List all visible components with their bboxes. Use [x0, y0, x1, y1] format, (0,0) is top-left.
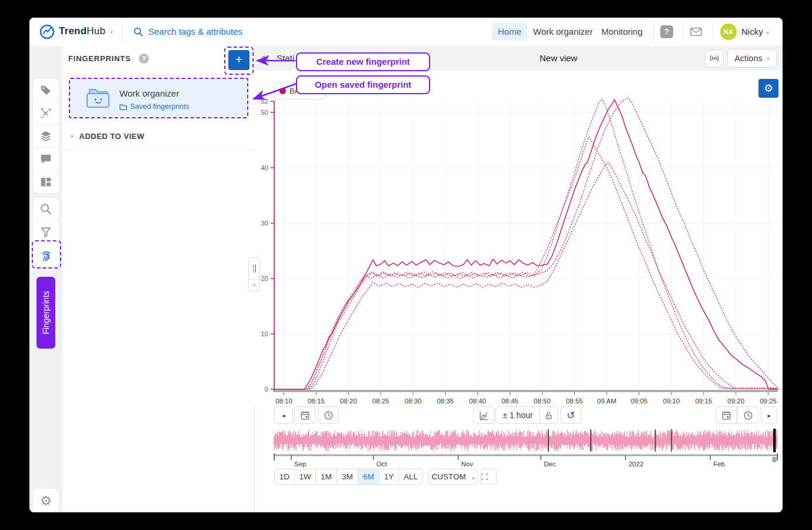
sidebar-item-filter[interactable] [33, 221, 59, 244]
added-to-view-header[interactable]: ▾ ADDED TO VIEW [71, 132, 145, 141]
lock-timespan-button[interactable] [540, 406, 558, 424]
step-forward-button[interactable]: ▸ [761, 406, 777, 424]
actions-chevron-down-icon: ▾ [767, 55, 770, 62]
nav-tab-work-organizer[interactable]: Work organizer [527, 23, 598, 41]
svg-text:10: 10 [261, 330, 268, 337]
sidebar-item-tags[interactable] [33, 79, 59, 102]
layers-icon [39, 130, 52, 143]
user-name[interactable]: Nicky [741, 26, 763, 37]
timeline-axis: SepOctNovDec2022Feb [274, 453, 778, 469]
svg-text:0: 0 [265, 386, 268, 393]
close-icon[interactable]: × [249, 280, 259, 290]
create-fingerprint-button[interactable]: + [228, 50, 249, 70]
range-3m-button[interactable]: 3M [337, 469, 358, 485]
divider [62, 75, 254, 75]
range-1w-button[interactable]: 1W [294, 469, 316, 485]
chart-settings-button[interactable]: ⚙ [758, 79, 778, 98]
live-broadcast-icon [708, 54, 720, 63]
sidebar-item-calculations[interactable] [33, 102, 59, 125]
live-mode-button[interactable] [705, 49, 724, 67]
svg-text:08:30: 08:30 [405, 398, 422, 404]
filter-icon [39, 226, 52, 238]
svg-text:08:45: 08:45 [501, 398, 518, 404]
svg-text:Nov: Nov [461, 461, 474, 468]
collapse-chevron-icon: ▾ [71, 133, 74, 140]
fingerprint-icon [39, 249, 53, 262]
divider [122, 22, 123, 41]
svg-text:2022: 2022 [628, 461, 644, 468]
time-end-button[interactable] [737, 406, 758, 424]
user-avatar[interactable]: NA [720, 24, 737, 40]
saved-fingerprints-item[interactable]: Work organizer Saved fingerprints [69, 78, 248, 118]
mail-icon[interactable] [690, 27, 703, 37]
svg-text:09:15: 09:15 [695, 398, 712, 404]
brand-logo[interactable]: TrendHub [59, 25, 105, 37]
compare-layers-button[interactable] [473, 406, 494, 424]
panel-title: FINGERPRINTS [68, 54, 131, 63]
lock-open-icon [544, 410, 554, 420]
fingerprint-item-title: Work organizer [119, 88, 179, 98]
svg-text:20: 20 [261, 275, 268, 282]
tag-icon [39, 84, 52, 97]
drag-grip-icon [249, 258, 259, 280]
custom-range-button[interactable]: CUSTOM ▴ [428, 469, 478, 485]
svg-text:09:20: 09:20 [727, 398, 744, 404]
svg-text:08:10: 08:10 [275, 398, 292, 404]
user-chevron-down-icon[interactable]: ▾ [766, 29, 769, 36]
help-icon[interactable]: ? [660, 25, 673, 38]
gear-icon: ⚙ [40, 493, 52, 509]
svg-text:09:25: 09:25 [760, 398, 777, 404]
icon-rail: Fingerprints ⚙ [29, 46, 62, 512]
back-arrow-icon: ◂ [282, 412, 285, 419]
svg-text:09 AM: 09 AM [597, 398, 617, 404]
folder-small-icon [119, 104, 127, 110]
panel-help-icon[interactable]: ? [139, 54, 149, 64]
svg-text:Dec: Dec [544, 461, 556, 468]
calendar-icon [721, 410, 732, 421]
fingerprints-panel: FINGERPRINTS ? + Work organizer Saved fi… [62, 46, 255, 512]
dashboard-icon [39, 175, 52, 188]
step-back-button[interactable]: ◂ [274, 406, 293, 424]
svg-text:08:20: 08:20 [340, 398, 357, 404]
svg-text:52: 52 [261, 98, 268, 105]
range-1m-button[interactable]: 1M [315, 469, 337, 485]
sidebar-item-layers[interactable] [33, 125, 59, 148]
actions-button[interactable]: Actions ▾ [727, 49, 777, 68]
sidebar-item-dashboards[interactable] [33, 171, 59, 193]
sidebar-item-search[interactable] [33, 198, 59, 221]
time-offset-button[interactable]: ± 1 hour [495, 406, 540, 424]
series-color-dot [279, 88, 286, 94]
nav-tab-home[interactable]: Home [492, 23, 527, 41]
calendar-end-button[interactable] [716, 406, 737, 424]
fingerprint-chart[interactable]: 08:1008:1508:2008:2508:3008:3508:4008:45… [254, 71, 783, 404]
fingerprints-active-tab[interactable]: Fingerprints [36, 277, 55, 349]
trend-chart-area: 08:1008:1508:2008:2508:3008:3508:4008:45… [254, 71, 783, 406]
divider [683, 22, 683, 41]
svg-text:09:10: 09:10 [663, 398, 680, 404]
search-input[interactable]: Search tags & attributes [148, 26, 242, 37]
clock-icon [743, 410, 754, 421]
expand-icon [481, 473, 488, 481]
sidebar-item-comments[interactable] [33, 148, 59, 171]
range-1y-button[interactable]: 1Y [379, 469, 399, 485]
context-overview-scrubber[interactable] [274, 429, 778, 452]
calendar-start-button[interactable] [294, 406, 315, 424]
gear-icon: ⚙ [764, 82, 773, 94]
range-all-button[interactable]: ALL [398, 469, 423, 485]
expand-range-button[interactable] [480, 469, 497, 485]
swap-arrows-icon: ⇄ [261, 52, 269, 64]
range-1d-button[interactable]: 1D [274, 469, 295, 485]
nav-tab-monitoring[interactable]: Monitoring [595, 23, 648, 41]
svg-text:08:40: 08:40 [469, 398, 486, 404]
history-button[interactable]: ↺ [560, 406, 581, 424]
panel-resize-handle[interactable]: × [248, 257, 260, 292]
settings-button[interactable]: ⚙ [33, 489, 59, 512]
svg-text:08:35: 08:35 [437, 398, 454, 404]
time-start-button[interactable] [318, 406, 339, 424]
partially-hidden-tab-label: Stati [277, 53, 294, 63]
range-6m-button-selected[interactable]: 6M [358, 469, 380, 485]
sidebar-item-fingerprints[interactable] [33, 244, 59, 266]
brand-chevron-down-icon[interactable]: ▾ [110, 29, 113, 35]
search-icon [133, 26, 144, 37]
custom-chevron-up-icon: ▴ [472, 474, 475, 481]
